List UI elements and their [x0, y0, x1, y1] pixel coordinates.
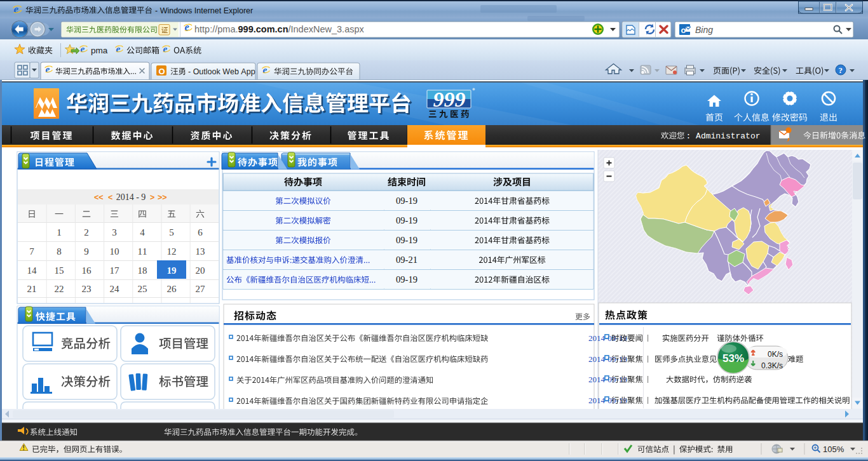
svg-text:09-19: 09-19 — [396, 235, 417, 245]
svg-text:http://pma.: http://pma. — [194, 24, 238, 34]
svg-text:o: o — [681, 25, 686, 35]
svg-text:14: 14 — [27, 265, 37, 276]
svg-text:8: 8 — [57, 246, 62, 257]
svg-text:27: 27 — [196, 284, 206, 294]
svg-text:3: 3 — [112, 227, 117, 237]
svg-text:- Outlook Web App: - Outlook Web App — [188, 67, 255, 76]
svg-text:: Administrator: : Administrator — [686, 131, 761, 141]
svg-text:4: 4 — [140, 227, 145, 237]
svg-text:6: 6 — [198, 227, 203, 237]
svg-text:999.com.cn: 999.com.cn — [238, 24, 288, 34]
svg-text:53%: 53% — [722, 352, 744, 364]
svg-text:12: 12 — [167, 246, 177, 257]
svg-text:11: 11 — [138, 246, 147, 257]
svg-text:<: < — [108, 193, 112, 202]
svg-text:999: 999 — [433, 88, 466, 111]
svg-text:21: 21 — [27, 284, 37, 294]
svg-text:9: 9 — [84, 246, 89, 257]
svg-text:0.3K/s: 0.3K/s — [761, 361, 783, 370]
svg-text:!: ! — [23, 444, 25, 451]
svg-text:Bing: Bing — [695, 25, 713, 35]
svg-text:105%: 105% — [823, 444, 844, 454]
svg-text:1: 1 — [57, 227, 62, 237]
svg-text:24: 24 — [110, 284, 120, 294]
svg-text:2: 2 — [84, 227, 89, 237]
svg-text:O: O — [159, 67, 165, 76]
svg-text:26: 26 — [167, 284, 177, 294]
svg-text:<<: << — [94, 193, 104, 202]
svg-text:18: 18 — [138, 265, 147, 276]
svg-text:15: 15 — [55, 265, 64, 276]
svg-text:09-19: 09-19 — [396, 215, 417, 225]
svg-text:5: 5 — [169, 227, 174, 237]
svg-text:20: 20 — [196, 265, 205, 276]
svg-text:>: > — [150, 193, 154, 202]
svg-text:e: e — [14, 3, 19, 15]
svg-text:/IndexNew_3.aspx: /IndexNew_3.aspx — [288, 24, 364, 34]
svg-text:17: 17 — [110, 265, 120, 276]
svg-text:22: 22 — [55, 284, 64, 294]
svg-text:25: 25 — [138, 284, 147, 294]
svg-text:pma: pma — [91, 46, 108, 55]
svg-text:19: 19 — [167, 265, 177, 276]
svg-text:13: 13 — [196, 246, 205, 257]
svg-text:>>: >> — [158, 193, 167, 202]
svg-text:0K/s: 0K/s — [768, 350, 783, 359]
svg-text:7: 7 — [29, 246, 34, 257]
svg-text:09-19: 09-19 — [396, 274, 417, 284]
svg-text:- Windows Internet Explorer: - Windows Internet Explorer — [155, 6, 253, 15]
svg-text:16: 16 — [82, 265, 92, 276]
svg-text:23: 23 — [82, 284, 92, 294]
svg-text:09-19: 09-19 — [396, 196, 417, 206]
svg-text:2014 - 9: 2014 - 9 — [116, 192, 146, 202]
svg-text:09-21: 09-21 — [396, 255, 417, 265]
svg-text:10: 10 — [110, 246, 119, 257]
svg-text:?: ? — [839, 65, 843, 75]
